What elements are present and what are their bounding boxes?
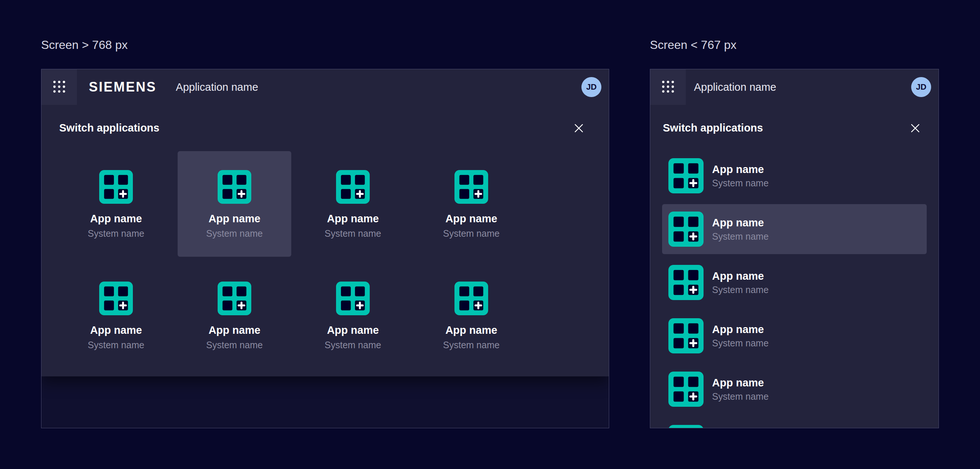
system-name: System name <box>712 231 769 242</box>
app-name: App name <box>208 324 260 337</box>
app-text-block: App name System name <box>712 163 769 188</box>
app-tile-icon <box>218 170 251 204</box>
app-name: App name <box>208 213 260 225</box>
close-icon <box>573 122 585 136</box>
app-name: App name <box>327 213 379 225</box>
app-tile-icon <box>668 318 703 353</box>
app-name: App name <box>327 324 379 337</box>
app-tile-icon <box>218 282 251 315</box>
app-list-item[interactable]: App name System name <box>662 364 927 414</box>
switch-applications-overlay-mobile: Switch applications <box>650 105 939 428</box>
close-button[interactable] <box>570 120 588 137</box>
app-tile[interactable]: App name System name <box>415 151 528 257</box>
app-text-block: App name System name <box>712 270 769 295</box>
app-text-block: App name System name <box>712 324 769 349</box>
app-list-item[interactable]: App name System name <box>662 418 927 428</box>
system-name: System name <box>712 338 769 349</box>
app-grid: App name System name <box>59 151 528 368</box>
app-tile-icon <box>668 425 703 428</box>
application-name-title: Application name <box>694 81 776 93</box>
siemens-logo: SIEMENS <box>89 79 156 95</box>
app-list-item[interactable]: App name System name <box>662 257 927 308</box>
app-tile[interactable]: App name System name <box>296 263 410 368</box>
application-name-title: Application name <box>176 81 258 93</box>
app-name: App name <box>445 324 497 337</box>
app-text-block: App name System name <box>712 377 769 402</box>
app-tile[interactable]: App name System name <box>59 151 173 257</box>
app-list-item[interactable]: App name System name <box>662 311 927 361</box>
app-window-mobile: Application name JD Switch applications <box>650 69 939 428</box>
app-name: App name <box>712 324 769 336</box>
breakpoint-label-mobile: Screen < 767 px <box>650 38 737 52</box>
app-list-item[interactable]: App name System name <box>662 151 927 201</box>
app-tile-icon <box>668 265 703 300</box>
app-list-item[interactable]: App name System name <box>662 204 927 254</box>
system-name: System name <box>206 228 263 239</box>
app-name: App name <box>90 213 142 225</box>
app-name: App name <box>712 163 769 175</box>
app-name: App name <box>712 270 769 282</box>
system-name: System name <box>712 284 769 295</box>
app-name: App name <box>712 377 769 389</box>
app-tile-icon <box>668 372 703 407</box>
app-name: App name <box>712 217 769 229</box>
app-tile-icon <box>99 282 133 315</box>
app-switch-launcher-button[interactable] <box>41 69 77 105</box>
app-switch-launcher-button[interactable] <box>650 69 686 105</box>
close-icon <box>909 122 921 136</box>
app-tile-icon <box>336 170 370 204</box>
system-name: System name <box>88 340 144 351</box>
app-text-block: App name System name <box>712 217 769 242</box>
app-tile[interactable]: App name System name <box>296 151 410 257</box>
app-tile-icon <box>455 282 488 315</box>
app-tile-icon <box>336 282 370 315</box>
app-window-desktop: SIEMENS Application name JD Switch appli… <box>41 69 609 428</box>
system-name: System name <box>443 228 500 239</box>
breakpoint-label-desktop: Screen > 768 px <box>41 38 128 52</box>
app-list: App name System name <box>662 151 927 428</box>
app-tile[interactable]: App name System name <box>178 263 291 368</box>
system-name: System name <box>712 178 769 188</box>
system-name: System name <box>206 340 263 351</box>
system-name: System name <box>325 228 381 239</box>
app-header: SIEMENS Application name JD <box>41 69 609 105</box>
user-avatar[interactable]: JD <box>911 77 931 97</box>
app-tile[interactable]: App name System name <box>59 263 173 368</box>
app-launcher-grid-icon <box>51 79 67 96</box>
close-button[interactable] <box>906 120 924 137</box>
app-tile-icon <box>668 158 703 193</box>
user-avatar[interactable]: JD <box>581 77 601 97</box>
app-tile-icon <box>99 170 133 204</box>
design-canvas: Screen > 768 px SIEMENS Application name… <box>0 0 980 469</box>
overlay-title: Switch applications <box>59 122 159 134</box>
app-name: App name <box>445 213 497 225</box>
system-name: System name <box>325 340 381 351</box>
app-launcher-grid-icon <box>660 79 676 96</box>
switch-applications-overlay: Switch applications <box>41 105 609 376</box>
system-name: System name <box>88 228 144 239</box>
app-tile[interactable]: App name System name <box>178 151 291 257</box>
overlay-title: Switch applications <box>663 122 763 134</box>
system-name: System name <box>443 340 500 351</box>
app-tile-icon <box>668 212 703 247</box>
app-tile[interactable]: App name System name <box>415 263 528 368</box>
system-name: System name <box>712 391 769 402</box>
app-header-mobile: Application name JD <box>650 69 939 105</box>
app-name: App name <box>90 324 142 337</box>
app-tile-icon <box>455 170 488 204</box>
